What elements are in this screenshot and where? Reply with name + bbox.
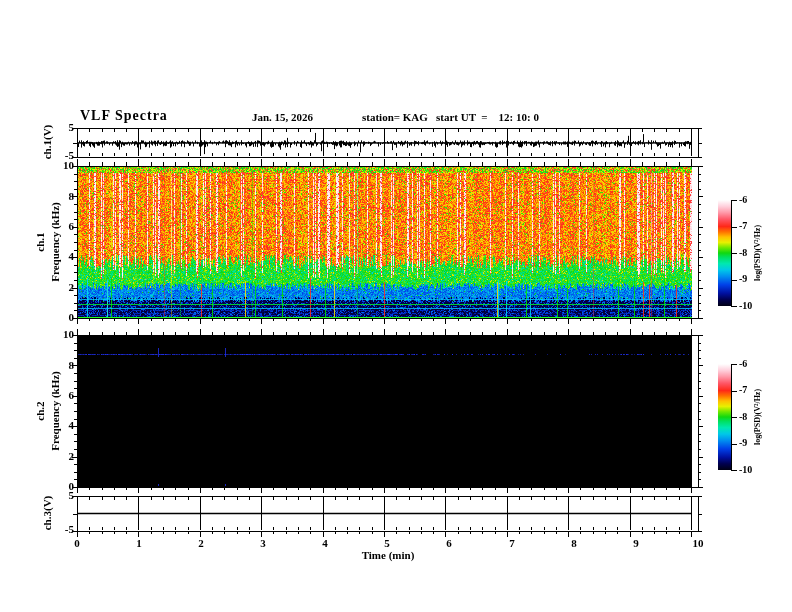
cb2-tick: -8 [739, 411, 747, 423]
xtick-1: 1 [128, 537, 150, 550]
plot-title: VLF Spectra [80, 108, 168, 124]
ch3-volt-ytick: -5 [44, 523, 74, 536]
ch1-volt-ytick: 5 [44, 121, 74, 134]
xtick-7: 7 [501, 537, 523, 550]
ch1-spec-ytick: 10 [44, 159, 74, 172]
date-label: Jan. 15, 2026 [252, 111, 313, 123]
cb2-tick: -6 [739, 358, 747, 370]
plot-canvas [0, 0, 792, 612]
ch2-spec-ytick: 6 [44, 389, 74, 402]
ch2-spec-ytick: 10 [44, 328, 74, 341]
vlf-spectra-plot-page: VLF Spectra Jan. 15, 2026 station= KAG s… [0, 0, 792, 612]
ch2-spec-ytick: 2 [44, 450, 74, 463]
start-ut-label: start UT = 12: 10: 0 [436, 111, 539, 123]
time-axis-label: Time (min) [328, 549, 448, 561]
cb2-tick: -10 [739, 464, 752, 476]
xtick-3: 3 [252, 537, 274, 550]
xtick-10: 10 [687, 537, 709, 550]
colorbar-gradient-ch2 [718, 364, 731, 470]
xtick-8: 8 [563, 537, 585, 550]
ch2-spec-freq-axis-label: Frequency (kHz) [49, 371, 61, 451]
xtick-2: 2 [190, 537, 212, 550]
cb1-axis-label: log(PSD)(V²/Hz) [753, 225, 762, 281]
ch1-spec-channel-label: ch.1 [34, 232, 46, 251]
ch2-spec-ytick: 8 [44, 359, 74, 372]
xtick-9: 9 [625, 537, 647, 550]
ch3-volt-ytick: 5 [44, 489, 74, 502]
ch1-spec-freq-axis-label: Frequency (kHz) [49, 202, 61, 282]
ch1-spec-ytick: 2 [44, 281, 74, 294]
cb1-tick: -8 [739, 247, 747, 259]
cb1-tick: -6 [739, 194, 747, 206]
ch1-spec-ytick: 6 [44, 220, 74, 233]
ch1-spec-ytick: 8 [44, 190, 74, 203]
ch2-spec-channel-label: ch.2 [34, 401, 46, 420]
cb2-axis-label: log(PSD)(V²/Hz) [753, 389, 762, 445]
cb1-tick: -10 [739, 300, 752, 312]
cb2-tick: -9 [739, 437, 747, 449]
cb2-tick: -7 [739, 384, 747, 396]
xtick-0: 0 [66, 537, 88, 550]
ch1-spec-ytick: 4 [44, 250, 74, 263]
ch1-spec-ytick: 0 [44, 311, 74, 324]
cb1-tick: -7 [739, 220, 747, 232]
cb1-tick: -9 [739, 273, 747, 285]
ch2-spec-ytick: 4 [44, 419, 74, 432]
colorbar-gradient-ch1 [718, 200, 731, 306]
station-label: station= KAG [362, 111, 428, 123]
